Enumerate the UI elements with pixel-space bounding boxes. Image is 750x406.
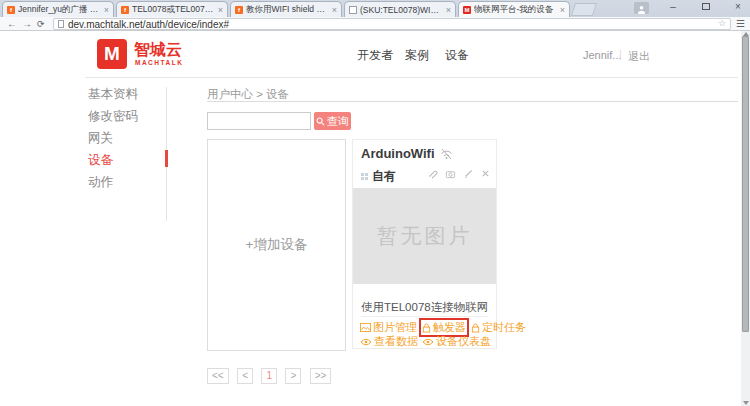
add-device-card[interactable]: +增加设备 (207, 139, 346, 351)
maximize-icon (702, 3, 710, 10)
page-favicon (349, 6, 357, 14)
tab-title: Jennifer_yu的广播 - DF创 (18, 4, 101, 16)
sidebar-item-profile[interactable]: 基本资料 (88, 86, 138, 103)
machtalk-logo-icon[interactable]: M (97, 39, 127, 69)
dfrobot-favicon: f (235, 6, 243, 14)
link-label: 图片管理 (373, 320, 417, 335)
maximize-button[interactable] (695, 0, 717, 13)
browser-tab-1[interactable]: f Jennifer_yu的广播 - DF创 × (2, 1, 114, 17)
pagination-last[interactable]: >> (310, 368, 332, 384)
nav-devices[interactable]: 设备 (445, 47, 469, 64)
back-icon[interactable]: ← (7, 17, 17, 31)
tab-title: 教你用WIFI shield 简单几 (246, 4, 329, 16)
browser-tab-strip: f Jennifer_yu的广播 - DF创 × f TEL0078或TEL00… (0, 0, 750, 17)
sidebar-item-gateway[interactable]: 网关 (88, 130, 113, 147)
lock-icon (471, 323, 480, 333)
lock-icon (422, 323, 431, 333)
divider (207, 101, 738, 102)
link-label: 定时任务 (482, 320, 526, 335)
eye-icon (360, 338, 372, 346)
edit-icon[interactable] (463, 168, 474, 179)
browser-tab-2[interactable]: f TEL0078或TEL0079物联 × (116, 1, 228, 17)
device-image-placeholder: 暂无图片 (353, 188, 496, 284)
pagination-next[interactable]: > (285, 368, 301, 384)
device-description: 使用TEL0078连接物联网 (361, 300, 488, 315)
new-tab-button[interactable] (571, 3, 597, 16)
sidebar-active-indicator (165, 150, 168, 167)
camera-icon[interactable] (445, 169, 456, 179)
image-manage-link[interactable]: 图片管理 (360, 320, 417, 335)
tab-title: TEL0078或TEL0079物联 (132, 4, 215, 16)
scroll-down-icon[interactable] (743, 401, 749, 405)
tab-close-icon[interactable]: × (104, 5, 109, 15)
logout-link[interactable]: 退出 (628, 49, 650, 64)
page-content: M 智城云 MACHTALK 开发者 案例 设备 Jennif... | 退出 … (0, 31, 741, 406)
search-input[interactable] (207, 112, 311, 130)
sidebar-item-password[interactable]: 修改密码 (88, 108, 138, 125)
delete-icon[interactable] (481, 169, 490, 178)
divider: | (619, 48, 622, 60)
search-icon (316, 117, 325, 126)
brand-subname: MACHTALK (135, 59, 183, 66)
tab-title: (SKU:TEL0078)WIFI Shie (360, 5, 443, 15)
browser-tab-5-active[interactable]: M 物联网平台-我的设备 × (458, 1, 570, 17)
pagination-page-1[interactable]: 1 (261, 368, 277, 384)
browser-tab-3[interactable]: f 教你用WIFI shield 简单几 × (230, 1, 342, 17)
link-label: 设备仪表盘 (436, 334, 491, 349)
user-name: Jennif... (583, 49, 622, 61)
sidebar-item-actions[interactable]: 动作 (88, 174, 113, 191)
device-card: ArduinoWifi 自有 (352, 139, 497, 349)
url-text[interactable]: dev.machtalk.net/auth/device/index# (68, 19, 229, 30)
page-scrollbar[interactable] (741, 31, 750, 406)
breadcrumb: 用户中心 > 设备 (207, 87, 289, 102)
grid-icon (361, 173, 368, 180)
divider (361, 316, 488, 317)
dfrobot-favicon: f (121, 6, 129, 14)
nav-cases[interactable]: 案例 (405, 47, 429, 64)
search-button[interactable]: 查询 (314, 112, 351, 130)
site-header: M 智城云 MACHTALK 开发者 案例 设备 Jennif... | 退出 (85, 31, 738, 78)
pagination-prev[interactable]: < (237, 368, 253, 384)
wifi-offline-icon (439, 148, 454, 160)
tab-close-icon[interactable]: × (218, 5, 223, 15)
scheduled-task-link[interactable]: 定时任务 (471, 320, 526, 335)
add-device-label: +增加设备 (246, 236, 308, 254)
device-owner-badge: 自有 (372, 168, 396, 185)
profile-icon[interactable] (634, 2, 649, 14)
view-data-link[interactable]: 查看数据 (360, 334, 418, 349)
scrollbar-thumb[interactable] (742, 36, 749, 332)
eye-icon (422, 338, 434, 346)
tab-close-icon[interactable]: × (446, 5, 451, 15)
attach-icon[interactable] (427, 168, 438, 179)
image-icon (360, 323, 371, 332)
tab-close-icon[interactable]: × (560, 5, 565, 15)
address-bar[interactable]: dev.machtalk.net/auth/device/index# ☆ (53, 18, 731, 30)
brand-name: 智城云 (134, 40, 182, 61)
link-label: 触发器 (433, 320, 466, 335)
browser-toolbar: ← → ⟳ dev.machtalk.net/auth/device/index… (0, 17, 750, 31)
device-dashboard-link[interactable]: 设备仪表盘 (422, 334, 491, 349)
link-label: 查看数据 (374, 334, 418, 349)
bookmark-star-icon[interactable]: ☆ (718, 18, 726, 28)
nav-developer[interactable]: 开发者 (357, 47, 393, 64)
no-image-text: 暂无图片 (377, 222, 473, 250)
machtalk-favicon: M (463, 6, 471, 14)
menu-icon[interactable]: ☰ (736, 17, 745, 31)
tab-close-icon[interactable]: × (332, 5, 337, 15)
browser-tab-4[interactable]: (SKU:TEL0078)WIFI Shie × (344, 1, 456, 17)
close-window-button[interactable]: × (727, 0, 749, 13)
pagination: << < 1 > >> (207, 365, 335, 384)
search-button-label: 查询 (327, 114, 349, 129)
reload-icon[interactable]: ⟳ (37, 17, 45, 31)
sidebar-item-devices[interactable]: 设备 (88, 152, 113, 169)
pagination-first[interactable]: << (207, 368, 229, 384)
forward-icon[interactable]: → (22, 17, 32, 31)
minimize-button[interactable]: – (662, 0, 684, 13)
dfrobot-favicon: f (7, 6, 15, 14)
page-icon (58, 20, 64, 28)
device-name: ArduinoWifi (361, 146, 435, 161)
tab-title: 物联网平台-我的设备 (474, 4, 557, 16)
